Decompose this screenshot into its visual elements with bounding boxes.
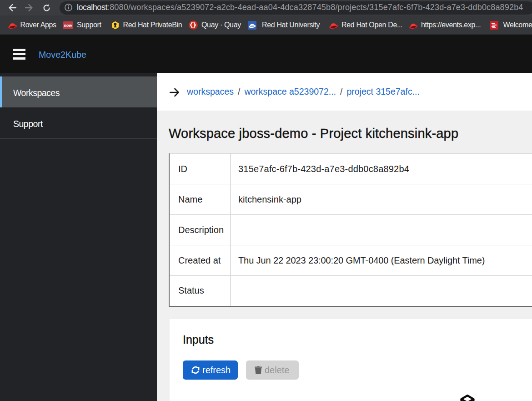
- svg-text:now: now: [64, 23, 73, 28]
